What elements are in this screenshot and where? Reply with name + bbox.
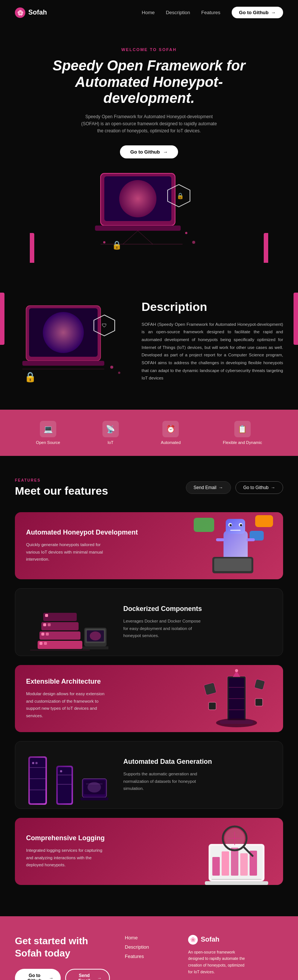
feature-card-3-text: Extensible Architecture Modular design a… — [15, 666, 186, 731]
feature-card-5-title: Comprehensive Logging — [26, 834, 175, 842]
svg-text:🔒: 🔒 — [177, 192, 184, 199]
nav-home[interactable]: Home — [142, 10, 155, 15]
navigation: 🌸 Sofah Home Description Features Go to … — [0, 0, 298, 25]
nav-features[interactable]: Features — [201, 10, 220, 15]
laptop-svg: 🔒 🔒 — [89, 170, 209, 259]
svg-point-31 — [240, 524, 242, 527]
svg-rect-42 — [46, 633, 49, 636]
desc-text: Description SOFAH (Speedy Open Framework… — [141, 300, 283, 382]
footer: Get started with Sofah today Go to Githu… — [0, 916, 298, 980]
feature-card-1: Automated Honeypot Development Quickly g… — [15, 512, 283, 579]
hero-section: WELCOME TO SOFAH Speedy Open Framework f… — [0, 25, 298, 278]
desc-title: Description — [141, 300, 283, 314]
svg-rect-61 — [204, 682, 216, 695]
arrow-icon — [49, 975, 53, 980]
features-header-left: FEATURES Meet our features — [15, 478, 108, 497]
feature-card-3-title: Extensible Architecture — [26, 677, 175, 686]
feature-card-5-visual — [186, 818, 283, 885]
svg-point-10 — [103, 241, 105, 243]
data-towers-svg — [19, 741, 108, 808]
desc-pink-bar-left — [0, 293, 5, 345]
svg-point-82 — [87, 782, 101, 792]
svg-rect-40 — [40, 632, 81, 640]
svg-rect-88 — [231, 848, 238, 876]
svg-point-15 — [43, 312, 84, 353]
desc-body: SOFAH (Speedy Open Framework for Automat… — [141, 321, 283, 382]
feature-card-2-title: Dockerized Components — [123, 605, 271, 613]
feature-card-2-text: Dockerized Components Leverages Docker a… — [112, 593, 283, 651]
desc-laptop-svg: 🛡 🔒 — [15, 300, 123, 386]
feature-card-3-visual — [186, 665, 283, 732]
description-section: 🛡 🔒 Description SOFAH (Speedy Open Frame… — [0, 278, 298, 410]
features-header: FEATURES Meet our features Send Email Go… — [15, 478, 283, 497]
strip-label-flexible: Flexible and Dynamic — [223, 440, 262, 445]
svg-rect-41 — [41, 633, 44, 636]
footer-link-features[interactable]: Features — [125, 953, 173, 959]
svg-rect-39 — [44, 642, 47, 645]
feature-card-2-desc: Leverages Docker and Docker Compose for … — [123, 618, 205, 640]
pink-bar-left — [30, 233, 34, 263]
strip-item-opensource: 💻 Open Source — [36, 421, 60, 445]
feature-card-3-desc: Modular design allows for easy extension… — [26, 690, 108, 719]
svg-rect-45 — [48, 623, 51, 626]
svg-point-73 — [35, 762, 38, 764]
brand-name: Sofah — [28, 9, 47, 16]
feature-card-4-desc: Supports the automatic generation and no… — [123, 770, 205, 792]
svg-text:🛡: 🛡 — [102, 323, 107, 328]
svg-line-5 — [123, 231, 138, 244]
svg-rect-24 — [255, 515, 273, 527]
svg-rect-68 — [30, 758, 46, 803]
feature-card-1-text: Automated Honeypot Development Quickly g… — [15, 517, 186, 574]
svg-point-30 — [230, 524, 232, 527]
footer-github-button[interactable]: Go to Github — [15, 969, 61, 980]
nav-description[interactable]: Description — [166, 10, 190, 15]
svg-rect-38 — [40, 642, 43, 645]
logging-svg — [190, 818, 279, 885]
svg-rect-87 — [222, 851, 229, 876]
svg-point-12 — [192, 241, 195, 244]
hero-github-button[interactable]: Go to Github — [120, 145, 178, 158]
arrow-icon — [163, 149, 168, 155]
footer-brand-logo: 🌸 Sofah — [188, 935, 283, 945]
feature-card-2: Dockerized Components Leverages Docker a… — [15, 588, 283, 656]
svg-rect-16 — [22, 361, 104, 366]
server-svg — [19, 589, 108, 656]
footer-link-description[interactable]: Description — [125, 944, 173, 950]
svg-line-6 — [138, 231, 153, 244]
footer-left: Get started with Sofah today Go to Githu… — [15, 935, 110, 980]
strip-item-automated: ⏰ Automated — [161, 421, 181, 445]
footer-brand-icon: 🌸 — [188, 935, 198, 945]
nav-github-button[interactable]: Go to Github — [232, 7, 283, 18]
automated-icon: ⏰ — [162, 421, 179, 437]
arrow-icon — [271, 10, 276, 15]
footer-headline: Get started with Sofah today — [15, 935, 110, 960]
svg-point-2 — [119, 180, 157, 217]
feature-card-5: Comprehensive Logging Integrated logging… — [15, 818, 283, 885]
features-send-email-button[interactable]: Send Email — [186, 481, 231, 494]
robot-svg — [190, 512, 279, 579]
feature-card-2-visual — [15, 589, 112, 656]
arrow-icon — [219, 485, 223, 490]
feature-card-1-desc: Quickly generate honeypots tailored for … — [26, 541, 108, 563]
pink-bar-right — [264, 233, 268, 263]
feature-card-4-title: Automated Data Generation — [123, 757, 271, 766]
feature-card-4: Automated Data Generation Supports the a… — [15, 741, 283, 809]
feature-card-3: Extensible Architecture Modular design a… — [15, 665, 283, 732]
footer-brand-name: Sofah — [201, 935, 219, 943]
footer-email-button[interactable]: Send Email — [65, 969, 110, 980]
features-github-button[interactable]: Go to Github — [235, 481, 283, 494]
hero-title: Speedy Open Framework for Automated Hone… — [30, 58, 268, 107]
footer-brand: 🌸 Sofah An open-source framework designe… — [188, 935, 283, 975]
svg-rect-97 — [205, 881, 268, 885]
svg-rect-51 — [82, 646, 108, 649]
svg-rect-26 — [224, 531, 248, 561]
brand-icon: 🌸 — [15, 8, 25, 18]
svg-rect-23 — [194, 518, 214, 532]
svg-point-60 — [235, 669, 238, 672]
svg-rect-3 — [95, 226, 181, 231]
footer-link-home[interactable]: Home — [125, 935, 173, 940]
svg-rect-46 — [43, 613, 77, 621]
svg-rect-34 — [214, 558, 252, 571]
hero-laptop-graphic: 🔒 🔒 — [89, 170, 209, 261]
svg-rect-27 — [226, 519, 245, 534]
